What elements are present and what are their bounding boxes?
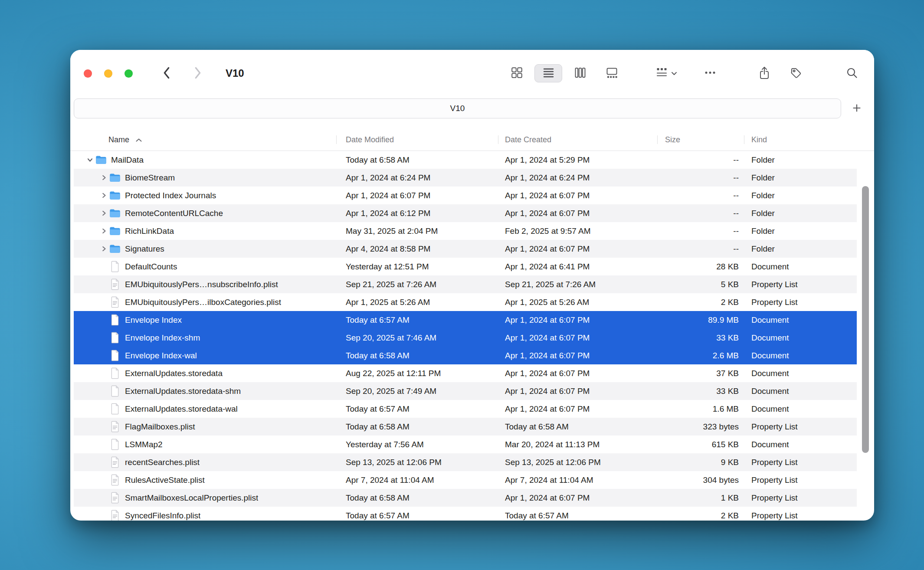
file-name: ExternalUpdates.storedata-shm	[125, 387, 241, 396]
file-date-modified: Today at 6:57 AM	[336, 311, 498, 329]
column-view-icon	[574, 67, 586, 80]
column-view-button[interactable]	[566, 64, 594, 82]
file-date-created: Sep 21, 2025 at 7:26 AM	[498, 275, 657, 293]
file-row[interactable]: LSMMap2Yesterday at 7:56 AMMar 20, 2024 …	[74, 436, 857, 453]
file-row[interactable]: RulesActiveState.plistApr 7, 2024 at 11:…	[74, 471, 857, 489]
column-header-date-modified[interactable]: Date Modified	[336, 129, 498, 151]
file-row[interactable]: Envelope IndexToday at 6:57 AMApr 1, 202…	[74, 311, 857, 329]
file-kind: Document	[744, 364, 857, 382]
folder-icon	[109, 243, 121, 255]
file-date-modified: Apr 4, 2024 at 8:58 PM	[336, 240, 498, 258]
new-tab-button[interactable]	[848, 98, 865, 118]
ellipsis-icon	[704, 67, 716, 80]
column-header-date-created[interactable]: Date Created	[498, 129, 657, 151]
column-header-kind[interactable]: Kind	[744, 129, 857, 151]
file-date-modified: Sep 20, 2025 at 7:49 AM	[336, 382, 498, 400]
file-name: recentSearches.plist	[125, 458, 200, 467]
group-button[interactable]	[651, 50, 682, 97]
share-icon	[759, 66, 770, 81]
file-date-created: Today at 6:57 AM	[498, 507, 657, 521]
file-kind: Property List	[744, 418, 857, 436]
column-header-size[interactable]: Size	[657, 129, 744, 151]
doc-icon	[109, 332, 121, 344]
file-row[interactable]: SyncedFilesInfo.plistToday at 6:57 AMTod…	[74, 507, 857, 521]
file-row[interactable]: MailDataToday at 6:58 AMApr 1, 2024 at 5…	[74, 151, 857, 169]
file-row[interactable]: SignaturesApr 4, 2024 at 8:58 PMApr 1, 2…	[74, 240, 857, 258]
forward-button[interactable]	[187, 50, 208, 97]
file-row[interactable]: EMUbiquitouslyPers…nsubscribeInfo.plistS…	[74, 275, 857, 293]
disclosure-closed-icon[interactable]	[98, 175, 109, 180]
file-name: RulesActiveState.plist	[125, 475, 205, 485]
file-date-modified: Sep 21, 2025 at 7:26 AM	[336, 275, 498, 293]
file-date-created: Apr 1, 2024 at 6:07 PM	[498, 489, 657, 507]
file-date-modified: Apr 1, 2025 at 5:26 AM	[336, 293, 498, 311]
file-name: Envelope Index	[125, 315, 182, 325]
disclosure-closed-icon[interactable]	[98, 228, 109, 234]
file-row[interactable]: SmartMailboxesLocalProperties.plistToday…	[74, 489, 857, 507]
file-date-modified: Today at 6:58 AM	[336, 347, 498, 364]
column-header-label: Date Created	[505, 135, 551, 144]
file-size: 33 KB	[657, 329, 744, 347]
file-date-created: Apr 1, 2024 at 6:07 PM	[498, 240, 657, 258]
file-kind: Folder	[744, 151, 857, 169]
column-header-name[interactable]: Name	[74, 129, 336, 151]
icon-view-button[interactable]	[503, 64, 531, 82]
scrollbar-thumb[interactable]	[862, 186, 869, 453]
back-button[interactable]	[156, 50, 177, 97]
file-date-modified: Sep 20, 2025 at 7:46 AM	[336, 329, 498, 347]
doc-icon	[109, 439, 121, 450]
file-row[interactable]: recentSearches.plistSep 13, 2025 at 12:0…	[74, 453, 857, 471]
disclosure-open-icon[interactable]	[84, 157, 95, 163]
chevron-left-icon	[162, 66, 171, 81]
plist-icon	[109, 474, 121, 486]
file-row[interactable]: Protected Index JournalsApr 1, 2024 at 6…	[74, 187, 857, 204]
file-date-modified: Sep 13, 2025 at 12:06 PM	[336, 453, 498, 471]
file-date-modified: May 31, 2025 at 2:04 PM	[336, 222, 498, 240]
disclosure-closed-icon[interactable]	[98, 193, 109, 198]
file-name: RichLinkData	[125, 226, 174, 236]
grid-view-icon	[511, 67, 523, 80]
gallery-view-button[interactable]	[598, 64, 626, 82]
file-kind: Property List	[744, 471, 857, 489]
list-view-button[interactable]	[534, 64, 562, 82]
plist-icon	[109, 510, 121, 521]
tab-v10[interactable]: V10	[74, 98, 841, 118]
file-name: LSMMap2	[125, 440, 163, 449]
file-row[interactable]: Envelope Index-shmSep 20, 2025 at 7:46 A…	[74, 329, 857, 347]
disclosure-closed-icon[interactable]	[98, 246, 109, 252]
file-row[interactable]: Envelope Index-walToday at 6:58 AMApr 1,…	[74, 347, 857, 364]
column-headers: Name Date Modified Date Created Size Kin…	[70, 129, 874, 151]
file-date-created: Today at 6:58 AM	[498, 418, 657, 436]
file-row[interactable]: ExternalUpdates.storedataAug 22, 2025 at…	[74, 364, 857, 382]
file-name: BiomeStream	[125, 173, 175, 183]
file-row[interactable]: DefaultCountsYesterday at 12:51 PMApr 1,…	[74, 258, 857, 275]
file-row[interactable]: ExternalUpdates.storedata-shmSep 20, 202…	[74, 382, 857, 400]
file-kind: Document	[744, 400, 857, 418]
close-button[interactable]	[84, 69, 92, 78]
file-name: DefaultCounts	[125, 262, 177, 272]
file-kind: Property List	[744, 293, 857, 311]
search-button[interactable]	[842, 50, 862, 97]
file-size: 33 KB	[657, 382, 744, 400]
file-row[interactable]: RichLinkDataMay 31, 2025 at 2:04 PMFeb 2…	[74, 222, 857, 240]
file-row[interactable]: RemoteContentURLCacheApr 1, 2024 at 6:12…	[74, 204, 857, 222]
file-size: 9 KB	[657, 453, 744, 471]
share-button[interactable]	[754, 50, 774, 97]
minimize-button[interactable]	[104, 69, 112, 78]
file-row[interactable]: EMUbiquitouslyPers…ilboxCategories.plist…	[74, 293, 857, 311]
tab-title: V10	[450, 104, 465, 113]
more-options-button[interactable]	[700, 50, 720, 97]
file-kind: Folder	[744, 240, 857, 258]
file-kind: Property List	[744, 275, 857, 293]
zoom-button[interactable]	[125, 69, 133, 78]
tab-bar: V10	[70, 97, 874, 120]
file-row[interactable]: ExternalUpdates.storedata-walToday at 6:…	[74, 400, 857, 418]
file-kind: Document	[744, 258, 857, 275]
file-kind: Folder	[744, 187, 857, 204]
folder-icon	[109, 190, 121, 201]
tags-button[interactable]	[786, 50, 806, 97]
file-row[interactable]: BiomeStreamApr 1, 2024 at 6:24 PMApr 1, …	[74, 169, 857, 187]
disclosure-closed-icon[interactable]	[98, 210, 109, 216]
file-date-created: Sep 13, 2025 at 12:06 PM	[498, 453, 657, 471]
file-row[interactable]: FlagMailboxes.plistToday at 6:58 AMToday…	[74, 418, 857, 436]
